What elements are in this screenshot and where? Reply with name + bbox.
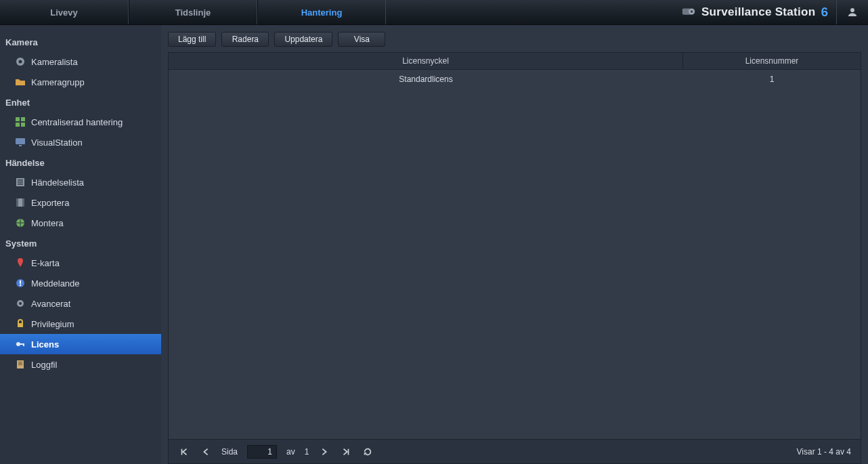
list-icon <box>15 177 26 188</box>
sidebar-item-label: Kameragrupp <box>31 77 85 87</box>
sidebar-group-handelse: Händelse <box>0 152 161 172</box>
brand: Surveillance Station 6 <box>681 0 836 24</box>
of-label: av <box>286 447 295 457</box>
svg-rect-18 <box>22 198 24 207</box>
add-button[interactable]: Lägg till <box>168 32 216 47</box>
page-label: Sida <box>221 447 238 457</box>
sidebar-item-visualstation[interactable]: VisualStation <box>0 132 161 152</box>
top-tabs: Livevy Tidslinje Hantering <box>0 0 386 24</box>
svg-rect-6 <box>16 117 20 121</box>
gear-icon <box>15 298 26 309</box>
svg-rect-30 <box>18 362 22 362</box>
svg-rect-14 <box>18 182 23 183</box>
sidebar-item-privilegium[interactable]: Privilegium <box>0 314 161 334</box>
column-license-key[interactable]: Licensnyckel <box>169 53 683 69</box>
content-area: Lägg till Radera Uppdatera Visa Licensny… <box>161 25 868 464</box>
pager: Sida av 1 Visar 1 - 4 av 4 <box>168 440 861 464</box>
sidebar-item-label: E-karta <box>31 258 60 268</box>
svg-point-5 <box>19 60 22 64</box>
sidebar-item-label: Kameralista <box>31 57 78 67</box>
sidebar-item-kameralista[interactable]: Kameralista <box>0 51 161 72</box>
tab-hantering[interactable]: Hantering <box>257 0 386 24</box>
svg-rect-25 <box>18 323 23 327</box>
top-bar: Livevy Tidslinje Hantering Surveillance … <box>0 0 868 25</box>
sidebar-item-label: Centraliserad hantering <box>31 117 123 127</box>
total-pages: 1 <box>305 447 309 457</box>
sidebar-item-label: Privilegium <box>31 319 74 329</box>
cell-license-number: 1 <box>683 70 861 89</box>
sidebar-group-system: System <box>0 233 161 253</box>
column-license-number[interactable]: Licensnummer <box>683 53 861 69</box>
grid-body: Standardlicens 1 <box>168 70 861 440</box>
sidebar-item-kameragrupp[interactable]: Kameragrupp <box>0 72 161 92</box>
svg-rect-8 <box>16 123 20 127</box>
brand-icon <box>681 5 696 20</box>
pin-icon <box>15 257 26 268</box>
sidebar-item-exportera[interactable]: Exportera <box>0 192 161 213</box>
svg-rect-7 <box>21 117 25 121</box>
delete-button[interactable]: Radera <box>221 32 269 47</box>
globe-icon <box>15 217 26 228</box>
license-grid: Licensnyckel Licensnummer Standardlicens… <box>168 52 861 440</box>
user-icon <box>846 6 859 18</box>
sidebar-item-label: Loggfil <box>31 360 57 370</box>
sidebar-item-ekarta[interactable]: E-karta <box>0 253 161 273</box>
sidebar-item-label: Montera <box>31 218 64 228</box>
sidebar-item-centraliserad-hantering[interactable]: Centraliserad hantering <box>0 112 161 132</box>
tab-tidslinje[interactable]: Tidslinje <box>129 0 257 24</box>
sidebar-item-loggfil[interactable]: Loggfil <box>0 354 161 375</box>
refresh-button[interactable] <box>362 446 374 458</box>
pager-status: Visar 1 - 4 av 4 <box>797 447 851 457</box>
svg-rect-21 <box>20 280 21 284</box>
svg-rect-9 <box>21 123 25 127</box>
page-input[interactable] <box>247 445 277 459</box>
sidebar-item-label: Licens <box>31 339 59 350</box>
svg-rect-11 <box>19 145 22 146</box>
sidebar-item-meddelande[interactable]: Meddelande <box>0 273 161 293</box>
monitor-icon <box>15 137 26 148</box>
last-page-button[interactable] <box>340 446 352 458</box>
grid-header: Licensnyckel Licensnummer <box>168 52 861 70</box>
user-menu[interactable] <box>836 0 868 24</box>
brand-version: 6 <box>821 5 828 20</box>
tab-livevy[interactable]: Livevy <box>0 0 129 24</box>
svg-rect-15 <box>18 184 23 185</box>
sidebar-item-handelselista[interactable]: Händelselista <box>0 172 161 192</box>
cell-license-key: Standardlicens <box>169 70 683 89</box>
svg-point-24 <box>19 302 22 305</box>
folder-icon <box>15 77 26 87</box>
sidebar-item-label: Händelselista <box>31 177 84 188</box>
log-icon <box>15 359 26 370</box>
table-row[interactable]: Standardlicens 1 <box>169 70 861 89</box>
sidebar-item-label: Meddelande <box>31 278 80 289</box>
sidebar-item-label: VisualStation <box>31 138 83 148</box>
prev-page-button[interactable] <box>200 446 212 458</box>
film-icon <box>15 197 26 208</box>
svg-rect-31 <box>18 363 22 364</box>
svg-rect-28 <box>23 343 24 346</box>
svg-point-3 <box>850 8 854 12</box>
lock-icon <box>15 318 26 329</box>
sidebar-group-enhet: Enhet <box>0 92 161 112</box>
svg-point-2 <box>691 10 693 13</box>
grid-icon <box>15 117 26 127</box>
sidebar-item-label: Avancerat <box>31 299 70 309</box>
svg-rect-22 <box>20 284 21 286</box>
first-page-button[interactable] <box>178 446 190 458</box>
next-page-button[interactable] <box>318 446 330 458</box>
key-icon <box>15 339 26 350</box>
svg-rect-13 <box>18 180 23 181</box>
sidebar-group-kamera: Kamera <box>0 32 161 51</box>
svg-rect-32 <box>18 364 22 365</box>
alert-icon <box>15 278 26 289</box>
update-button[interactable]: Uppdatera <box>274 32 332 47</box>
camera-icon <box>15 56 26 67</box>
sidebar-item-label: Exportera <box>31 198 69 208</box>
sidebar-item-montera[interactable]: Montera <box>0 213 161 233</box>
brand-title: Surveillance Station <box>701 5 816 19</box>
sidebar: Kamera Kameralista Kameragrupp Enhet Cen… <box>0 25 161 464</box>
view-button[interactable]: Visa <box>338 32 385 47</box>
sidebar-item-avancerat[interactable]: Avancerat <box>0 293 161 314</box>
sidebar-item-licens[interactable]: Licens <box>0 334 161 354</box>
svg-rect-10 <box>16 138 25 144</box>
